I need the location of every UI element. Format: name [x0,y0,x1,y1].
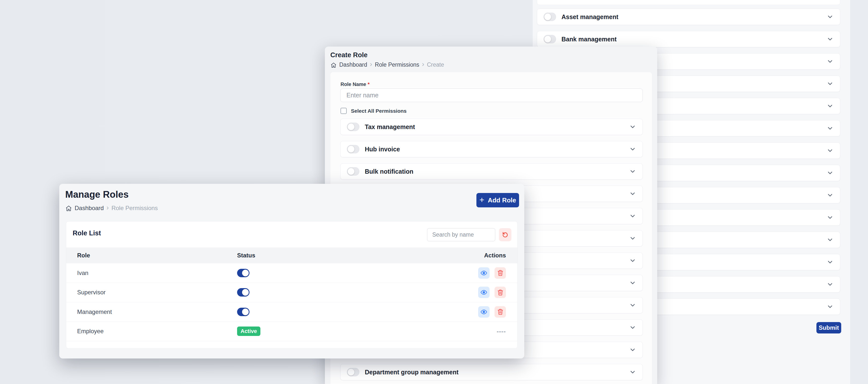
permission-toggle[interactable] [347,123,359,131]
breadcrumb-manage-roles: Dashboard › Role Permissions [65,205,158,212]
chevron-down-icon[interactable] [629,302,636,309]
permission-row[interactable]: Bulk notification [340,163,643,180]
permission-label: Hub invoice [365,146,400,153]
chevron-down-icon[interactable] [629,346,636,353]
permission-label: Department group management [365,369,459,376]
chevron-down-icon[interactable] [827,236,834,243]
eye-icon [480,270,487,277]
permission-label: Bank management [561,36,617,43]
permission-row[interactable]: Tax management [340,119,643,135]
actions-cell [478,287,506,298]
select-all-label: Select All Permissions [351,108,407,114]
delete-role-button[interactable] [495,306,506,318]
view-role-button[interactable] [478,287,490,298]
chevron-down-icon[interactable] [827,192,834,199]
permission-row[interactable]: Asset management [537,9,840,25]
permission-row[interactable]: Hub invoice [340,141,643,157]
breadcrumb-role-permissions[interactable]: Role Permissions [375,62,420,68]
breadcrumb-create-role: Dashboard › Role Permissions › Create [331,62,444,68]
chevron-down-icon[interactable] [827,303,834,310]
chevron-down-icon[interactable] [827,80,834,87]
chevron-down-icon[interactable] [629,279,636,286]
chevron-down-icon[interactable] [629,257,636,264]
chevron-down-icon[interactable] [629,213,636,219]
add-role-button[interactable]: + Add Role [476,193,519,207]
status-toggle[interactable] [237,269,249,277]
permission-label: Tax management [365,124,415,131]
status-toggle[interactable] [237,288,249,296]
permission-toggle[interactable] [544,13,556,21]
toggle-knob [242,289,249,296]
refresh-button[interactable] [499,228,512,241]
breadcrumb-separator: › [422,61,424,68]
chevron-down-icon[interactable] [629,124,636,130]
actions-cell: ---- [497,328,506,335]
breadcrumb-dashboard[interactable]: Dashboard [339,62,367,68]
chevron-down-icon[interactable] [629,324,636,331]
delete-role-button[interactable] [495,267,506,279]
status-cell: Active [237,326,260,336]
toggle-knob [348,146,354,152]
chevron-down-icon[interactable] [827,13,834,20]
search-input[interactable] [427,228,495,241]
trash-icon [497,270,504,276]
column-actions: Actions [484,252,506,259]
delete-role-button[interactable] [495,287,506,298]
toggle-knob [242,270,249,276]
toggle-knob [545,13,551,20]
permission-label: Asset management [561,13,618,21]
chevron-down-icon[interactable] [629,146,636,152]
permission-toggle[interactable] [544,35,556,43]
role-list-title: Role List [73,230,101,237]
home-icon [331,62,337,68]
view-role-button[interactable] [478,267,490,279]
permission-label: Bulk notification [365,168,413,175]
toggle-knob [545,36,551,43]
role-table-body: Ivan Supervisor Management Employee Acti… [66,264,517,341]
chevron-down-icon[interactable] [827,214,834,221]
permission-toggle[interactable] [347,145,359,153]
chevron-down-icon[interactable] [827,147,834,154]
chevron-down-icon[interactable] [827,103,834,109]
role-name-input[interactable] [340,89,643,102]
table-row: Supervisor [66,283,517,303]
permission-row[interactable]: Bank management [537,31,840,47]
breadcrumb-separator: › [106,204,108,211]
permission-toggle[interactable] [347,368,359,376]
page-title: Manage Roles [65,189,129,200]
chevron-down-icon[interactable] [629,168,636,175]
role-name-cell: Employee [77,328,104,335]
breadcrumb-dashboard[interactable]: Dashboard [75,205,104,212]
manage-roles-card: Manage Roles Dashboard › Role Permission… [59,184,524,358]
status-toggle[interactable] [237,308,249,316]
submit-button[interactable]: Submit [816,322,841,334]
trash-icon [497,289,504,296]
actions-cell [478,267,506,279]
table-row: Management [66,302,517,322]
permission-toggle[interactable] [347,167,359,176]
chevron-down-icon[interactable] [827,36,834,43]
breadcrumb-current: Create [427,62,444,68]
column-role: Role [77,252,90,259]
chevron-down-icon[interactable] [827,58,834,65]
chevron-down-icon[interactable] [827,170,834,176]
breadcrumb-role-permissions: Role Permissions [111,205,158,212]
chevron-down-icon[interactable] [827,281,834,288]
create-role-title: Create Role [330,51,368,59]
select-all-permissions-row: Select All Permissions [341,108,407,114]
permission-row[interactable]: Department group management [340,364,643,380]
chevron-down-icon[interactable] [629,190,636,197]
status-cell [237,269,249,277]
view-role-button[interactable] [478,306,490,318]
role-name-label: Role Name* [341,81,370,87]
status-cell [237,288,249,296]
chevron-down-icon[interactable] [629,235,636,242]
chevron-down-icon[interactable] [827,259,834,266]
chevron-down-icon[interactable] [629,369,636,376]
chevron-down-icon[interactable] [827,125,834,132]
breadcrumb-separator: › [370,61,372,68]
toggle-knob [348,124,354,130]
role-name-cell: Supervisor [77,289,106,296]
role-name-cell: Ivan [77,270,88,277]
select-all-checkbox[interactable] [341,108,347,114]
